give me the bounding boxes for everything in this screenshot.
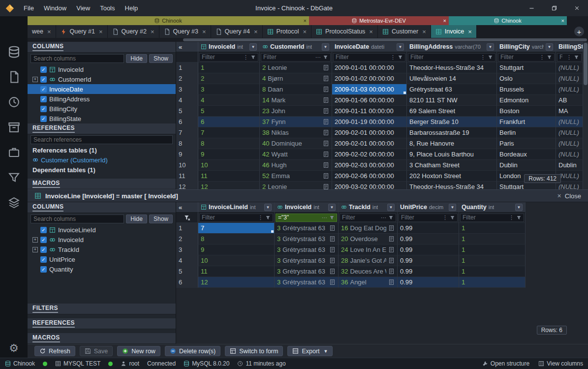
cell-customerid[interactable]: 40Dominique: [260, 138, 332, 149]
row-number[interactable]: 2: [176, 73, 198, 84]
cell-customerid[interactable]: 42Wyatt: [260, 149, 332, 160]
cell-invoiceid[interactable]: 12: [198, 182, 260, 189]
cell-customerid[interactable]: 38Niklas: [260, 127, 332, 138]
cell-billingcity[interactable]: Brussels: [497, 84, 556, 95]
search-references-input[interactable]: [31, 135, 173, 144]
column-menu-button[interactable]: ▼: [249, 43, 257, 51]
vertical-scrollbar[interactable]: [583, 42, 588, 189]
cell-invoicedate[interactable]: 2009-02-01 00:00:00: [332, 127, 407, 138]
column-header-trackid[interactable]: TrackIdint▼: [339, 202, 398, 213]
column-header-quantity[interactable]: Quantityint▼: [459, 202, 526, 213]
cell-trackid[interactable]: 36Angel: [339, 277, 398, 288]
search-columns-input[interactable]: [31, 54, 124, 63]
tab-query-2[interactable]: Query #2×: [108, 25, 159, 38]
switch-to-form-button[interactable]: Switch to form: [225, 346, 283, 356]
cell-billingaddress[interactable]: Barbarossastraße 19: [407, 127, 497, 138]
archive-icon[interactable]: [8, 121, 20, 133]
plugins-icon[interactable]: [8, 196, 20, 209]
horizontal-scrollbar[interactable]: [28, 38, 588, 42]
filter-menu-icon[interactable]: ⋯: [322, 215, 327, 221]
cell-invoiceid[interactable]: 10: [198, 160, 260, 171]
cell-invoiceid[interactable]: 5: [198, 106, 260, 117]
cell-billingaddress[interactable]: 8210 111 ST NW: [407, 95, 497, 106]
column-item-invoiceid[interactable]: InvoiceId: [28, 64, 176, 74]
column-menu-button[interactable]: ▼: [449, 204, 456, 211]
cell-customerid[interactable]: 37Fynn: [260, 117, 332, 127]
history-icon[interactable]: [8, 96, 20, 108]
export-button[interactable]: Export▼: [287, 346, 333, 356]
row-number[interactable]: 6: [176, 277, 198, 288]
cell-billingcity[interactable]: Oslo: [497, 73, 556, 84]
cell-billingstate[interactable]: AB: [556, 95, 583, 106]
column-header-billingstate[interactable]: BillingState▼: [556, 42, 583, 52]
cell-billingstate[interactable]: (NULL): [556, 149, 583, 160]
cell-invoicelineid[interactable]: 12: [198, 277, 275, 288]
funnel-icon[interactable]: [450, 215, 455, 220]
files-icon[interactable]: [8, 71, 20, 83]
cell-invoiceid[interactable]: 3Grétrystraat 63: [275, 223, 339, 234]
cell-billingaddress[interactable]: Ullevålsveien 14: [407, 73, 497, 84]
column-item-invoicedate[interactable]: InvoiceDate: [28, 84, 176, 94]
tab-protocol[interactable]: Protocol×: [263, 25, 311, 38]
cell-billingcity[interactable]: Edmonton: [497, 95, 556, 106]
tab-invoice[interactable]: Invoice×: [431, 25, 477, 38]
cell-invoicedate[interactable]: 2009-01-02 00:00:00: [332, 73, 407, 84]
filter-menu-icon[interactable]: ⋯: [381, 215, 386, 221]
cell-customerid[interactable]: 2Leonie: [260, 182, 332, 189]
cell-billingcity[interactable]: Berlin: [497, 127, 556, 138]
column-menu-button[interactable]: ▼: [397, 43, 404, 51]
tab-customer[interactable]: Customer×: [378, 25, 431, 38]
cell-billingstate[interactable]: (NULL): [556, 127, 583, 138]
cell-invoiceid[interactable]: 1: [198, 62, 260, 73]
row-number[interactable]: 5: [176, 106, 198, 117]
column-item-customerid[interactable]: +CustomerId: [28, 74, 176, 84]
cell-invoicedate[interactable]: 2009-03-02 00:00:00: [332, 182, 407, 189]
menu-tools[interactable]: Tools: [95, 2, 120, 14]
columns-section-header[interactable]: COLUMNS: [28, 202, 176, 213]
cell-invoiceid[interactable]: 9: [198, 149, 260, 160]
tab-wee[interactable]: wee×: [28, 25, 56, 38]
cell-customerid[interactable]: 52Emma: [260, 171, 332, 182]
collapse-columns-button[interactable]: «: [176, 42, 198, 52]
column-menu-button[interactable]: ▼: [328, 204, 336, 211]
apps-icon[interactable]: [8, 146, 20, 158]
cell-billingcity[interactable]: Dublin: [497, 160, 556, 171]
checkbox-checked[interactable]: [40, 246, 47, 253]
cell-unitprice[interactable]: 0.99: [398, 255, 459, 266]
cell-billingstate[interactable]: (NULL): [556, 117, 583, 127]
close-icon[interactable]: ×: [468, 28, 472, 35]
references-section-header[interactable]: REFERENCES: [28, 318, 176, 329]
cell-billingaddress[interactable]: Berger Straße 10: [407, 117, 497, 127]
cell-invoicelineid[interactable]: 11: [198, 266, 275, 277]
column-item-unitprice[interactable]: UnitPrice: [28, 254, 176, 264]
close-icon[interactable]: ×: [99, 28, 103, 35]
cell-customerid[interactable]: 23John: [260, 106, 332, 117]
filter-menu-icon[interactable]: ⋮: [390, 54, 396, 61]
column-item-invoiceid[interactable]: +InvoiceId: [28, 235, 176, 245]
columns-section-header[interactable]: COLUMNS: [28, 42, 176, 53]
status-item[interactable]: [108, 362, 113, 366]
expand-icon[interactable]: +: [32, 237, 38, 243]
column-menu-button[interactable]: ▼: [515, 204, 523, 211]
cell-unitprice[interactable]: 0.99: [398, 223, 459, 234]
close-icon[interactable]: ×: [151, 28, 155, 35]
funnel-icon[interactable]: [323, 55, 328, 60]
cell-unitprice[interactable]: 0.99: [398, 245, 459, 255]
close-icon[interactable]: ×: [561, 18, 564, 24]
funnel-icon[interactable]: [547, 55, 552, 60]
close-icon[interactable]: ×: [369, 28, 373, 35]
cell-invoiceid[interactable]: 3Grétrystraat 63: [275, 266, 339, 277]
connection-tab-metrostav-evr-dev[interactable]: Metrostav-Evr-DEV×: [309, 16, 449, 25]
status-item[interactable]: [43, 362, 47, 366]
column-header-invoicedate[interactable]: InvoiceDatedateti▼: [332, 42, 407, 52]
row-number[interactable]: 9: [176, 149, 198, 160]
row-number[interactable]: 3: [176, 245, 198, 255]
scrollbar-thumb[interactable]: [183, 38, 587, 41]
column-item-billingcity[interactable]: BillingCity: [28, 104, 176, 114]
close-icon[interactable]: ×: [422, 28, 426, 35]
cell-invoiceid[interactable]: 3Grétrystraat 63: [275, 234, 339, 245]
row-number[interactable]: 1: [176, 62, 198, 73]
cell-trackid[interactable]: 20Overdose: [339, 234, 398, 245]
checkbox-checked[interactable]: [40, 266, 47, 273]
tab-query-4[interactable]: Query #4×: [211, 25, 263, 38]
